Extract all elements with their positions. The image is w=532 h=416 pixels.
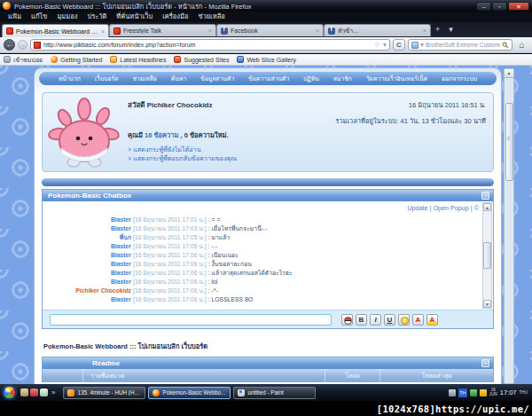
forum-nav-item[interactable]: ออกจากระบบ <box>442 74 477 83</box>
bookmark-item[interactable]: Suggested Sites <box>174 56 229 63</box>
scroll-up-icon[interactable]: ▲ <box>483 203 491 211</box>
tray-icon[interactable] <box>480 389 487 396</box>
bold-button[interactable]: B <box>356 314 367 326</box>
highlight-color-button[interactable]: A <box>426 314 438 326</box>
system-tray: TH 16JUN 17:07 THU <box>449 389 529 397</box>
tab-close-icon[interactable]: × <box>208 27 212 34</box>
forum-nav-item[interactable]: หน้าแรก <box>59 74 81 83</box>
chat-input[interactable] <box>50 314 332 326</box>
search-engine-dropdown-icon[interactable]: ▾ <box>420 41 424 49</box>
tray-clock[interactable]: 17:07 <box>500 389 517 396</box>
menu-item[interactable]: ช่วยเหลือ <box>193 12 229 22</box>
bookmark-item[interactable]: Latest Headlines <box>110 56 166 63</box>
replies-posts-link[interactable]: > แสดงกระทู้ที่ตอบกลับข้อความของคุณ <box>128 153 237 163</box>
search-input[interactable]: BrotherSoft Extreme Customized W <box>426 42 500 48</box>
chat-username[interactable]: Blaster <box>46 260 131 269</box>
page-scrollbar[interactable]: ▲ <box>504 68 514 384</box>
forum-nav-item[interactable]: ช่วยเหลือ <box>132 74 156 83</box>
tab[interactable]: หัวข้า...× <box>324 24 431 36</box>
menu-item[interactable]: ประวัติ <box>82 12 111 22</box>
chatbox-link[interactable]: © <box>474 204 479 212</box>
close-button[interactable]: ✕ <box>508 2 529 11</box>
scroll-down-icon[interactable]: ▼ <box>483 300 491 308</box>
italic-button[interactable]: I <box>370 314 381 326</box>
tray-icon[interactable] <box>449 389 456 396</box>
chatbox-link[interactable]: Open Popup <box>433 204 468 212</box>
messages-link[interactable]: 16 ข้อความ <box>145 131 178 139</box>
forum-nav-item[interactable]: วัดความเร็วอินเทอร์เน็ต <box>366 74 427 83</box>
forward-button[interactable]: → <box>18 40 27 50</box>
taskbar-task[interactable]: 135. 4minute - HUH (H... <box>63 387 145 399</box>
menu-item[interactable]: แฟ้ม <box>4 12 26 22</box>
minimize-button[interactable]: – <box>476 2 491 11</box>
underline-button[interactable]: U <box>384 314 395 326</box>
url-bar[interactable]: http://www.plkbasic.com/forum/index.php?… <box>30 39 390 51</box>
bookmark-item[interactable]: เข้าชมบ่อย <box>4 55 43 65</box>
tab[interactable]: Freestyle Talk× <box>109 24 216 36</box>
home-button[interactable]: ⌂ <box>515 39 528 51</box>
chat-username[interactable]: Blaster <box>46 278 131 286</box>
tab-close-icon[interactable]: × <box>316 27 319 34</box>
bookmark-item[interactable]: Web Slice Gallery <box>237 56 296 63</box>
start-button[interactable] <box>3 386 16 399</box>
forum-nav-item[interactable]: ค้นหา <box>171 74 187 83</box>
quicklaunch-icon[interactable] <box>40 389 48 396</box>
readme-minimize-icon[interactable]: − <box>481 359 489 367</box>
chat-username[interactable]: Blaster <box>46 216 131 224</box>
chat-scrollbar-thumb[interactable] <box>483 242 491 269</box>
chat-scrollbar[interactable]: ▲ ▼ <box>482 202 492 309</box>
url-text[interactable]: http://www.plkbasic.com/forum/index.php?… <box>43 42 372 48</box>
tab[interactable]: Pokemon-Basic Webboard ::: โปเกมอน...× <box>2 24 109 37</box>
forum-nav-item[interactable]: เว็บบอร์ด <box>95 74 119 83</box>
chatbox-links[interactable]: Update | Open Popup | © <box>407 204 479 212</box>
tray-icon[interactable] <box>470 389 477 396</box>
taskbar-task[interactable]: untitled - Paint <box>233 387 316 399</box>
page-scrollbar-thumb[interactable] <box>505 103 513 181</box>
search-bar[interactable]: ▾ BrotherSoft Extreme Customized W <box>408 39 512 51</box>
back-button[interactable]: ← <box>4 39 15 51</box>
pokeball-button[interactable] <box>341 314 353 326</box>
chatbox-minimize-icon[interactable]: − <box>481 192 489 200</box>
tab-close-icon[interactable]: × <box>101 28 105 35</box>
quicklaunch-icon[interactable] <box>20 389 28 396</box>
menu-item[interactable]: เครื่องมือ <box>158 12 192 22</box>
chatbox-link[interactable]: Update <box>407 204 427 212</box>
chat-username[interactable]: Blaster <box>46 224 131 233</box>
chat-username[interactable]: Blaster <box>46 242 131 251</box>
font-color-button[interactable]: A <box>412 314 424 326</box>
taskbar-task[interactable]: Pokemon-Basic Webbo... <box>148 387 231 399</box>
new-tab-button[interactable]: + <box>431 23 444 36</box>
url-dropdown-icon[interactable]: ▾ <box>383 41 387 49</box>
forum-nav-item[interactable]: ปฏิทิน <box>303 74 319 83</box>
language-indicator[interactable]: TH <box>458 389 467 397</box>
chat-toolbar: BIUAA <box>341 314 438 326</box>
forum-nav-item[interactable]: ข้อมูลส่วนตัว <box>200 74 234 83</box>
forum-nav-item[interactable]: ข้อความส่วนตัว <box>248 74 289 83</box>
menu-item[interactable]: แก้ไข <box>27 12 51 22</box>
maximize-button[interactable]: ▫ <box>492 2 507 11</box>
chat-username[interactable]: Blaster <box>46 251 131 260</box>
tab-close-icon[interactable]: × <box>423 27 426 34</box>
tab[interactable]: Facebook× <box>216 24 324 36</box>
page-scroll-up-icon[interactable]: ▲ <box>505 69 513 78</box>
smiley-button[interactable] <box>398 314 410 326</box>
suggested-icon <box>174 56 181 63</box>
bookmark-item[interactable]: Getting Started <box>51 56 102 63</box>
chat-username[interactable]: Blaster <box>46 295 131 304</box>
readme-column-header[interactable]: โหลดล่าสุด <box>379 369 493 382</box>
reload-button[interactable]: C <box>393 39 405 51</box>
menu-item[interactable]: มุมมอง <box>52 12 82 22</box>
chat-username[interactable]: Blaster <box>46 269 131 278</box>
readme-column-header[interactable]: โหลด <box>325 369 379 382</box>
quicklaunch-overflow-icon[interactable]: » <box>50 389 57 396</box>
menu-item[interactable]: ที่คั่นหน้าเว็บ <box>112 12 157 22</box>
chat-username[interactable]: พี่นก <box>46 233 131 242</box>
list-all-tabs-icon[interactable]: ▾ <box>444 23 458 36</box>
quicklaunch-icon[interactable] <box>30 389 38 396</box>
search-icon[interactable] <box>502 42 509 49</box>
search-engine-icon[interactable] <box>411 42 419 49</box>
bookmark-star-icon[interactable]: ☆ <box>374 41 380 49</box>
forum-nav-item[interactable]: สมาชิก <box>333 74 352 83</box>
chat-username[interactable]: Pichiker Chocokidz <box>46 286 131 295</box>
readme-column-header[interactable]: รายชื่อหมวด <box>83 369 325 382</box>
